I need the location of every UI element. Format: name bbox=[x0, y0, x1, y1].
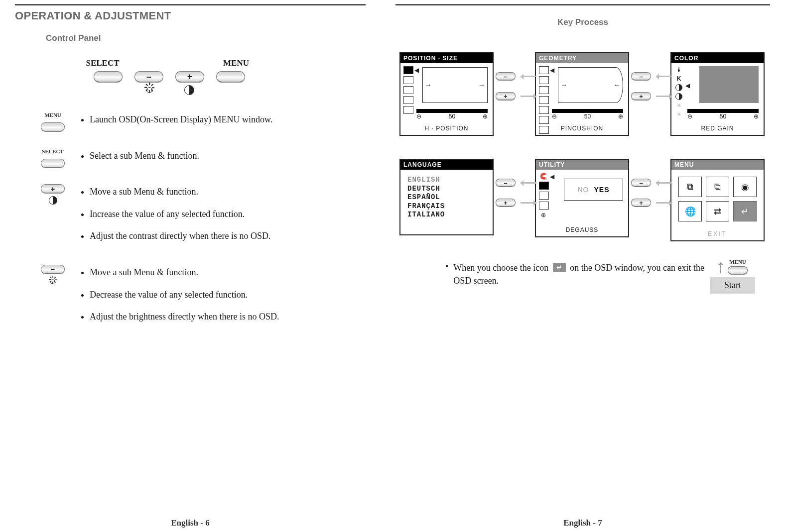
minus-button-icon: – bbox=[631, 179, 651, 187]
minus-button-icon: – bbox=[496, 72, 516, 80]
k-label: K bbox=[674, 75, 683, 82]
preview-rect: → → bbox=[422, 67, 488, 103]
osd-utility: UTILITY 🧲 ⊕ ◀ NO YES DEGAUSS bbox=[535, 159, 629, 237]
lang-deutsch: DEUTSCH bbox=[407, 185, 445, 194]
osd-position-title: POSITION · SIZE bbox=[400, 53, 493, 63]
arrow-left-icon bbox=[654, 74, 674, 79]
osd-geometry: GEOMETRY ◀ → ← bbox=[535, 52, 629, 136]
brightness-icon bbox=[144, 85, 154, 95]
selector-arrow-icon: ◀ bbox=[414, 67, 419, 74]
preset-icon: ☀ bbox=[674, 111, 683, 118]
trapezoid-icon bbox=[539, 76, 549, 84]
menu-geometry-icon: ⧉ bbox=[706, 177, 729, 197]
desc-plus-c: Adjust the contrast directly when there … bbox=[90, 228, 366, 244]
arrow-left-icon bbox=[519, 180, 538, 185]
start-menu-label: MENU bbox=[729, 259, 746, 265]
preview-rect: → ← bbox=[558, 67, 623, 103]
section-subtitle: Control Panel bbox=[46, 33, 366, 43]
desc-menu-label: MENU bbox=[44, 112, 61, 118]
pincushion-icon bbox=[539, 66, 549, 74]
desc-minus-a: Move a sub Menu & function. bbox=[90, 265, 366, 280]
minus-button-icon: – bbox=[41, 265, 65, 274]
color-preview bbox=[699, 66, 759, 103]
utility-yes: YES bbox=[594, 186, 609, 194]
plus-icon: ⊕ bbox=[618, 113, 623, 120]
menu-utility-icon: ⇄ bbox=[706, 201, 729, 221]
exit-note: • When you choose the icon on the OSD wi… bbox=[445, 261, 724, 287]
plus-button-icon: + bbox=[631, 92, 651, 100]
lang-espanol: ESPAÑOL bbox=[407, 193, 445, 202]
select-button-icon bbox=[41, 159, 65, 168]
arrow-left-icon bbox=[519, 74, 538, 79]
vsize-icon bbox=[403, 96, 413, 104]
osd-color-caption: RED GAIN bbox=[671, 123, 764, 135]
desc-plus-b: Increase the value of any selected funct… bbox=[90, 207, 366, 222]
desc-minus: – Move a sub Menu & function. Decrease t… bbox=[35, 265, 366, 331]
exit-note-a: When you choose the icon bbox=[453, 263, 548, 273]
arrow-up-icon bbox=[718, 260, 724, 273]
plus-button-icon: + bbox=[631, 199, 651, 207]
page-rule bbox=[395, 4, 770, 5]
minus-icon: ⊖ bbox=[552, 113, 557, 120]
arrow-left-icon bbox=[654, 180, 674, 185]
desc-plus: + Move a sub Menu & function. Increase t… bbox=[35, 184, 366, 251]
nav-buttons-4: – + bbox=[638, 159, 667, 207]
pinbalance-icon bbox=[539, 96, 549, 104]
degauss-icon: 🧲 bbox=[539, 173, 548, 180]
value-bar bbox=[416, 109, 488, 113]
osd-position-value: 50 bbox=[449, 113, 455, 120]
control-panel-diagram: SELECT MENU – + bbox=[70, 58, 269, 95]
plus-icon: ⊕ bbox=[483, 113, 488, 120]
menu-color-icon: ◉ bbox=[733, 177, 757, 197]
selector-arrow-icon: ◀ bbox=[550, 67, 554, 74]
minus-button-icon: – bbox=[496, 179, 516, 187]
zoom-icon bbox=[403, 106, 413, 114]
section-title-right: Key Process bbox=[395, 17, 770, 27]
brightness-icon bbox=[49, 278, 57, 286]
moire-icon bbox=[539, 192, 549, 200]
exit-icon bbox=[553, 263, 566, 272]
selector-arrow-icon: ◀ bbox=[550, 173, 554, 181]
value-bar bbox=[687, 109, 759, 113]
minus-icon: ⊖ bbox=[687, 113, 692, 120]
osd-menu-caption: EXIT bbox=[671, 228, 764, 240]
green-icon bbox=[674, 93, 683, 100]
plus-icon: ⊕ bbox=[754, 113, 759, 120]
plus-button-icon: + bbox=[496, 92, 516, 100]
util4-icon bbox=[539, 202, 549, 210]
bullet-icon: • bbox=[445, 261, 448, 272]
minus-button[interactable]: – bbox=[134, 71, 163, 82]
arrow-right-icon: → bbox=[560, 81, 567, 89]
desc-select: SELECT Select a sub Menu & function. bbox=[35, 148, 366, 171]
lang-italiano: ITALIANO bbox=[407, 211, 445, 219]
arrow-left-icon: → bbox=[425, 81, 432, 89]
arrow-right-icon bbox=[519, 200, 538, 205]
blue-icon: ☀ bbox=[674, 102, 683, 109]
desc-select-text: Select a sub Menu & function. bbox=[90, 148, 366, 164]
start-indicator: MENU Start bbox=[710, 259, 755, 294]
menu-button-icon bbox=[728, 266, 748, 274]
menu-button-icon bbox=[41, 122, 65, 131]
menu-label: MENU bbox=[216, 58, 256, 68]
utility-option: NO YES bbox=[564, 179, 623, 201]
desc-select-label: SELECT bbox=[42, 148, 63, 154]
button-descriptions: MENU Launch OSD(On-Screen Display) MENU … bbox=[35, 112, 366, 331]
plus-button[interactable]: + bbox=[175, 71, 204, 82]
contrast-icon bbox=[49, 196, 57, 205]
nav-buttons-1: – + bbox=[502, 52, 532, 100]
osd-position: POSITION · SIZE ◀ → → ⊖50⊕ bbox=[399, 52, 494, 136]
selector-arrow-icon: ◀ bbox=[685, 82, 690, 90]
lang-english: ENGLISH bbox=[407, 176, 445, 185]
select-button[interactable] bbox=[94, 71, 123, 82]
nav-buttons-2: – + bbox=[638, 52, 667, 100]
menu-language-icon: 🌐 bbox=[678, 201, 702, 221]
red-icon bbox=[674, 84, 683, 91]
menu-button[interactable] bbox=[216, 71, 245, 82]
minus-button-icon: – bbox=[631, 72, 651, 80]
osd-menu: MENU ⧉ ⧉ ◉ 🌐 ⇄ ↵ EXIT bbox=[670, 159, 765, 241]
osd-color: COLOR 🌡 K ☀ ☀ ◀ ⊖50⊕ RED GAIN bbox=[670, 52, 765, 136]
hpos-icon bbox=[403, 66, 413, 74]
page-right: Key Process POSITION · SIZE ◀ → bbox=[381, 0, 785, 532]
geom6-icon bbox=[539, 116, 549, 124]
osd-position-caption: H · POSITION bbox=[400, 123, 493, 135]
